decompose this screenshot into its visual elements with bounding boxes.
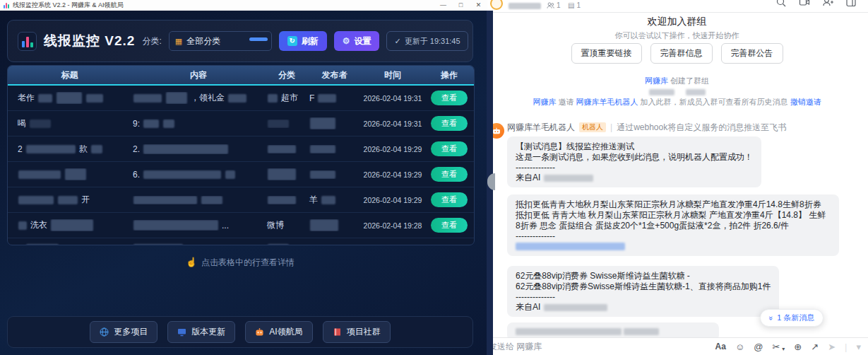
composer-placeholder[interactable]: 发送给 网赚库 bbox=[489, 341, 542, 353]
feishu-chat-window: 1 ▤ 1 欢迎加入群组 你可以尝试以下操作，快速开始协作 置顶重要链接 完善群… bbox=[486, 0, 868, 355]
sidebar-panel-icon[interactable] bbox=[845, 0, 857, 8]
message-line: 【测试消息】线报监控推送测试 bbox=[516, 141, 753, 152]
table-row[interactable]: 6. 2026-02-04 19:29 查看 bbox=[8, 161, 474, 187]
composer-toolbar: Aa ☺ @ ✂ ▾ ⊕ ↗ ➤ | ▾ bbox=[715, 342, 861, 352]
send-icon[interactable]: ➤ bbox=[828, 342, 836, 352]
column-header: 时间 bbox=[361, 69, 424, 81]
category-dropdown[interactable]: ▦ 全部分类 bbox=[169, 31, 272, 51]
message-composer[interactable]: 发送给 网赚库 Aa ☺ @ ✂ ▾ ⊕ ↗ ➤ | ▾ bbox=[486, 337, 868, 355]
mention-icon[interactable]: @ bbox=[754, 342, 763, 352]
emoji-icon[interactable]: ☺ bbox=[735, 342, 744, 352]
maximize-button[interactable]: □ bbox=[452, 0, 470, 11]
font-style-icon[interactable]: Aa bbox=[715, 342, 726, 351]
table-row-partial[interactable] bbox=[8, 238, 474, 245]
ai-navigator-button[interactable]: AI领航局 bbox=[245, 321, 312, 343]
new-messages-pill[interactable]: » 1 条新消息 bbox=[760, 309, 824, 327]
app-icon bbox=[4, 2, 9, 8]
video-call-icon[interactable] bbox=[799, 0, 810, 8]
attach-icon[interactable]: ⊕ bbox=[794, 342, 802, 352]
bot-name[interactable]: 网赚库羊毛机器人 bbox=[507, 122, 575, 133]
member-count-value: 1 bbox=[557, 1, 561, 9]
chevron-down-icon: » bbox=[767, 315, 775, 320]
message-line: 这是一条测试消息，如果您收到此消息，说明机器人配置成功！ bbox=[516, 152, 753, 163]
column-header: 标题 bbox=[8, 69, 131, 81]
check-icon: ✓ bbox=[394, 37, 400, 46]
welcome-actions: 置顶重要链接 完善群信息 完善群公告 bbox=[486, 43, 868, 64]
inviter-link[interactable]: 网赚库 bbox=[533, 98, 556, 106]
view-button[interactable]: 查看 bbox=[431, 192, 468, 207]
member-count[interactable]: 1 bbox=[547, 1, 561, 9]
pinned-count[interactable]: ▤ 1 bbox=[568, 1, 581, 9]
window-titlebar: 线报监控系统 V2.2 - 网赚库 & AI领航局 — □ ✕ bbox=[0, 0, 487, 11]
project-community-button[interactable]: 项目社群 bbox=[323, 321, 391, 343]
search-icon[interactable] bbox=[775, 0, 787, 8]
message-list: 网赚库羊毛机器人 机器人 | 通过webhook将自定义服务的消息推送至飞书 【… bbox=[507, 122, 864, 341]
creator-link[interactable]: 网赚库 bbox=[645, 76, 668, 85]
divider: | bbox=[610, 122, 612, 132]
new-messages-text: 1 条新消息 bbox=[777, 313, 814, 323]
table-hint: ☝点击表格中的行查看详情 bbox=[0, 257, 480, 269]
table-row[interactable]: 2款 2. 2026-02-04 19:29 查看 bbox=[8, 136, 474, 161]
page-title: 线报监控 V2.2 bbox=[44, 32, 135, 50]
robot-icon bbox=[255, 327, 264, 337]
invitee-link[interactable]: 网赚库羊毛机器人 bbox=[576, 98, 638, 106]
minimize-button[interactable]: — bbox=[434, 0, 452, 11]
add-member-icon[interactable] bbox=[822, 0, 833, 8]
view-button[interactable]: 查看 bbox=[431, 141, 468, 156]
bot-description: 通过webhook将自定义服务的消息推送至飞书 bbox=[617, 122, 786, 133]
settings-button[interactable]: ⚙ 设置 bbox=[334, 31, 380, 51]
robot-face-icon bbox=[492, 126, 501, 136]
invite-text: 加入此群，新成员入群可查看所有历史消息 bbox=[641, 98, 788, 106]
column-header: 内容 bbox=[131, 69, 266, 81]
system-message-created: 网赚库 创建了群组 bbox=[486, 76, 868, 86]
table-row[interactable]: 开 羊 2026-02-04 19:29 查看 bbox=[8, 187, 474, 212]
hint-text: 点击表格中的行查看详情 bbox=[201, 257, 295, 267]
category-label: 分类: bbox=[142, 35, 161, 47]
footer-links: 更多项目 版本更新 AI领航局 项目社群 bbox=[7, 316, 473, 348]
column-header: 操作 bbox=[424, 69, 474, 81]
pointing-hand-icon: ☝ bbox=[186, 257, 197, 267]
view-button[interactable]: 查看 bbox=[431, 218, 468, 233]
message-footer: 来自AI bbox=[516, 173, 753, 182]
close-button[interactable]: ✕ bbox=[470, 0, 487, 11]
view-button[interactable]: 查看 bbox=[431, 91, 468, 105]
bot-badge: 机器人 bbox=[579, 122, 606, 132]
button-label: AI领航局 bbox=[269, 326, 302, 338]
tabs-icon: ▤ bbox=[568, 1, 574, 9]
group-name-redacted bbox=[509, 3, 541, 9]
chat-toolbar bbox=[775, 0, 857, 8]
bot-name-line: 网赚库羊毛机器人 机器人 | 通过webhook将自定义服务的消息推送至飞书 bbox=[507, 122, 864, 133]
message-line: 62元叠88vip消费券Swisse斯维诗益生菌软糖-1、直接将商品加购1件 bbox=[516, 281, 771, 292]
table-row[interactable]: 喝 9: 2026-02-04 19:31 查看 bbox=[8, 110, 474, 136]
screenshot-icon[interactable]: ✂ bbox=[772, 342, 780, 352]
message-footer: 来自AI bbox=[516, 303, 771, 312]
table-row[interactable]: 老作 ，领礼金 超市 F 2026-02-04 19:31 查看 bbox=[8, 86, 474, 110]
version-update-button[interactable]: 版本更新 bbox=[167, 321, 235, 343]
pinned-count-value: 1 bbox=[576, 1, 581, 9]
screenshot-caret-icon[interactable]: ▾ bbox=[782, 346, 785, 352]
complete-announcement-button[interactable]: 完善群公告 bbox=[721, 43, 783, 64]
button-label: 更多项目 bbox=[114, 326, 148, 338]
system-message-invite: 网赚库 邀请 网赚库羊毛机器人 加入此群，新成员入群可查看所有历史消息 撤销邀请 bbox=[486, 97, 868, 107]
chat-header: 1 ▤ 1 bbox=[486, 0, 868, 13]
wire-report-monitor-window: 线报监控系统 V2.2 - 网赚库 & AI领航局 — □ ✕ 线报监控 V2.… bbox=[0, 0, 493, 355]
members-icon bbox=[547, 1, 554, 9]
created-text: 创建了群组 bbox=[670, 76, 709, 85]
grid-icon: ▦ bbox=[175, 37, 182, 46]
pin-links-button[interactable]: 置顶重要链接 bbox=[571, 43, 642, 64]
expand-icon[interactable]: ↗ bbox=[811, 342, 819, 352]
view-button[interactable]: 查看 bbox=[431, 116, 468, 131]
revoke-invite-link[interactable]: 撤销邀请 bbox=[790, 98, 821, 106]
refresh-button[interactable]: ↻ 刷新 bbox=[279, 31, 327, 51]
table-row[interactable]: 洗衣 ... 微博 2026-02-04 19:28 查看 bbox=[8, 212, 474, 238]
monitor-icon bbox=[177, 327, 186, 337]
send-options-icon[interactable]: ▾ bbox=[856, 342, 861, 352]
complete-group-info-button[interactable]: 完善群信息 bbox=[650, 43, 713, 64]
more-projects-button[interactable]: 更多项目 bbox=[90, 321, 157, 343]
book-icon bbox=[333, 327, 342, 337]
button-label: 项目社群 bbox=[347, 326, 381, 338]
message-line: 抵扣更低青青大地秋月梨山东莱阳正宗秋月冰糖梨产地直发净重4斤14.8生鲜8折券 bbox=[516, 199, 831, 210]
updated-time: 更新于 19:31:45 bbox=[405, 36, 460, 47]
settings-label: 设置 bbox=[354, 35, 371, 47]
view-button[interactable]: 查看 bbox=[431, 167, 468, 182]
